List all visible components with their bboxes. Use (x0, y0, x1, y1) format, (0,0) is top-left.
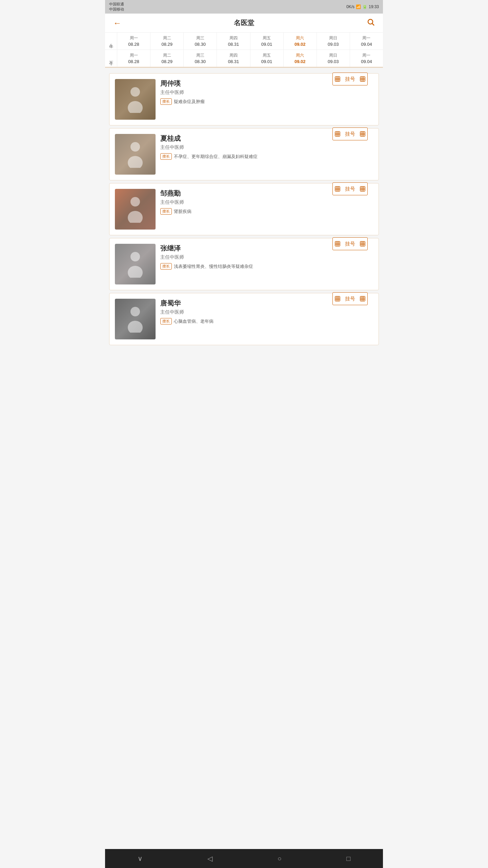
doctor-list: 周仲瑛 主任中医师 擅长 疑难杂症及肿瘤 挂号 (105, 68, 383, 351)
doctor-card-1: 周仲瑛 主任中医师 擅长 疑难杂症及肿瘤 挂号 (109, 73, 379, 125)
specialty-text-5: 心脑血管病、老年病 (174, 318, 214, 324)
morning-cells: 周一 08.28 周二 08.29 周三 08.30 周四 08.31 周五 0… (117, 33, 383, 50)
register-icon-right-4 (358, 238, 367, 250)
doctor-info-1: 周仲瑛 主任中医师 擅长 疑难杂症及肿瘤 (160, 79, 333, 105)
svg-point-3 (128, 101, 143, 113)
register-label-3: 挂号 (342, 184, 358, 194)
svg-point-38 (130, 252, 140, 261)
doctor-card-4: 张继泽 主任中医师 擅长 浅表萎缩性胃炎、慢性结肠炎等疑难杂症 挂号 (109, 238, 379, 290)
cell-mon-904[interactable]: 周一 09.04 (350, 33, 383, 50)
svg-point-0 (368, 19, 373, 24)
specialty-text-1: 疑难杂症及肿瘤 (174, 99, 205, 105)
carrier1: 中国联通 (109, 2, 124, 7)
doctor-info-5: 唐蜀华 主任中医师 擅长 心脑血管病、老年病 (160, 299, 333, 324)
svg-rect-52 (335, 296, 340, 301)
doctor-specialty-2: 擅长 不孕症、更年期综合症、崩漏及妇科疑难症 (160, 153, 333, 160)
svg-point-2 (130, 87, 140, 97)
doctor-title-2: 主任中医师 (160, 144, 333, 151)
register-button-2[interactable]: 挂号 (332, 127, 368, 140)
afternoon-cells: 周一 08.28 周二 08.29 周三 08.30 周四 08.31 周五 0… (117, 50, 383, 67)
specialty-tag-4: 擅长 (160, 263, 172, 270)
doctor-title-3: 主任中医师 (160, 199, 333, 205)
header: ← 名医堂 (105, 14, 383, 33)
cell-mon-828[interactable]: 周一 08.28 (117, 33, 150, 50)
specialty-tag-1: 擅长 (160, 98, 172, 105)
pm-cell-sun-903[interactable]: 周日 09.03 (317, 50, 350, 67)
doctor-photo-1 (115, 79, 156, 120)
pm-cell-tue-829[interactable]: 周二 08.29 (150, 50, 184, 67)
afternoon-label: 下午 (105, 50, 117, 67)
register-label-2: 挂号 (342, 129, 358, 139)
pm-cell-mon-828[interactable]: 周一 08.28 (117, 50, 150, 67)
register-button-1[interactable]: 挂号 (332, 73, 368, 85)
pm-cell-sat-902[interactable]: 周六 09.02 (284, 50, 317, 67)
specialty-text-3: 肾脏疾病 (174, 209, 191, 215)
afternoon-row: 下午 周一 08.28 周二 08.29 周三 08.30 周四 08.31 周… (105, 50, 383, 67)
svg-rect-57 (360, 296, 365, 301)
status-right: 0K/s 📶 🔋 19:33 (346, 4, 379, 9)
doctor-photo-4 (115, 244, 156, 284)
specialty-tag-2: 擅长 (160, 153, 172, 160)
cell-fri-901[interactable]: 周五 09.01 (250, 33, 284, 50)
cell-thu-831[interactable]: 周四 08.31 (217, 33, 250, 50)
search-button[interactable] (364, 15, 378, 31)
svg-rect-45 (360, 241, 365, 246)
doctor-card-5: 唐蜀华 主任中医师 擅长 心脑血管病、老年病 挂号 (109, 293, 379, 345)
doctor-title-4: 主任中医师 (160, 254, 333, 260)
svg-line-1 (372, 23, 374, 25)
doctor-card-2: 夏桂成 主任中医师 擅长 不孕症、更年期综合症、崩漏及妇科疑难症 挂号 (109, 128, 379, 180)
specialty-text-2: 不孕症、更年期综合症、崩漏及妇科疑难症 (174, 154, 258, 160)
doctor-info-3: 邹燕勤 主任中医师 擅长 肾脏疾病 (160, 189, 333, 215)
pm-cell-wed-830[interactable]: 周三 08.30 (184, 50, 217, 67)
specialty-tag-3: 擅长 (160, 208, 172, 215)
schedule-grid: 上午 周一 08.28 周二 08.29 周三 08.30 周四 08.31 周… (105, 33, 383, 68)
svg-point-26 (130, 197, 140, 206)
morning-row: 上午 周一 08.28 周二 08.29 周三 08.30 周四 08.31 周… (105, 33, 383, 50)
register-icon-right-3 (358, 183, 367, 195)
register-label-1: 挂号 (342, 74, 358, 84)
pm-cell-thu-831[interactable]: 周四 08.31 (217, 50, 250, 67)
doctor-photo-3 (115, 189, 156, 230)
doctor-name-4: 张继泽 (160, 244, 333, 253)
svg-rect-28 (335, 186, 340, 191)
wifi-icon: 📶 (356, 4, 361, 9)
doctor-name-2: 夏桂成 (160, 134, 333, 143)
cell-sat-902[interactable]: 周六 09.02 (284, 33, 317, 50)
register-icon-left-3 (333, 183, 342, 195)
register-label-5: 挂号 (342, 294, 358, 304)
time-display: 19:33 (369, 4, 379, 9)
svg-point-39 (128, 266, 143, 278)
pm-cell-mon-904[interactable]: 周一 09.04 (350, 50, 383, 67)
register-icon-left-5 (333, 293, 342, 305)
doctor-name-5: 唐蜀华 (160, 299, 333, 308)
cell-sun-903[interactable]: 周日 09.03 (317, 33, 350, 50)
register-button-5[interactable]: 挂号 (332, 292, 368, 305)
doctor-specialty-1: 擅长 疑难杂症及肿瘤 (160, 98, 333, 105)
doctor-title-5: 主任中医师 (160, 309, 333, 315)
register-button-4[interactable]: 挂号 (332, 237, 368, 250)
register-icon-left-4 (333, 238, 342, 250)
doctor-photo-5 (115, 299, 156, 339)
cell-tue-829[interactable]: 周二 08.29 (150, 33, 184, 50)
specialty-text-4: 浅表萎缩性胃炎、慢性结肠炎等疑难杂症 (174, 263, 253, 270)
battery-info: 🔋 (362, 4, 367, 9)
register-icon-right-1 (358, 73, 367, 85)
doctor-name-1: 周仲瑛 (160, 79, 333, 88)
morning-label: 上午 (105, 33, 117, 50)
signal-info: 0K/s (346, 4, 354, 9)
register-icon-right-5 (358, 293, 367, 305)
status-bar: 中国联通 中国移动 0K/s 📶 🔋 19:33 (105, 0, 383, 14)
svg-rect-9 (360, 77, 365, 81)
pm-cell-fri-901[interactable]: 周五 09.01 (250, 50, 284, 67)
svg-rect-21 (360, 132, 365, 136)
doctor-photo-2 (115, 134, 156, 175)
carrier-info: 中国联通 中国移动 (109, 2, 124, 12)
back-button[interactable]: ← (110, 16, 124, 31)
register-button-3[interactable]: 挂号 (332, 182, 368, 195)
register-icon-left-1 (333, 73, 342, 85)
svg-point-15 (128, 156, 143, 168)
doctor-name-3: 邹燕勤 (160, 189, 333, 198)
carrier2: 中国移动 (109, 7, 124, 12)
page-title: 名医堂 (234, 18, 254, 27)
cell-wed-830[interactable]: 周三 08.30 (184, 33, 217, 50)
